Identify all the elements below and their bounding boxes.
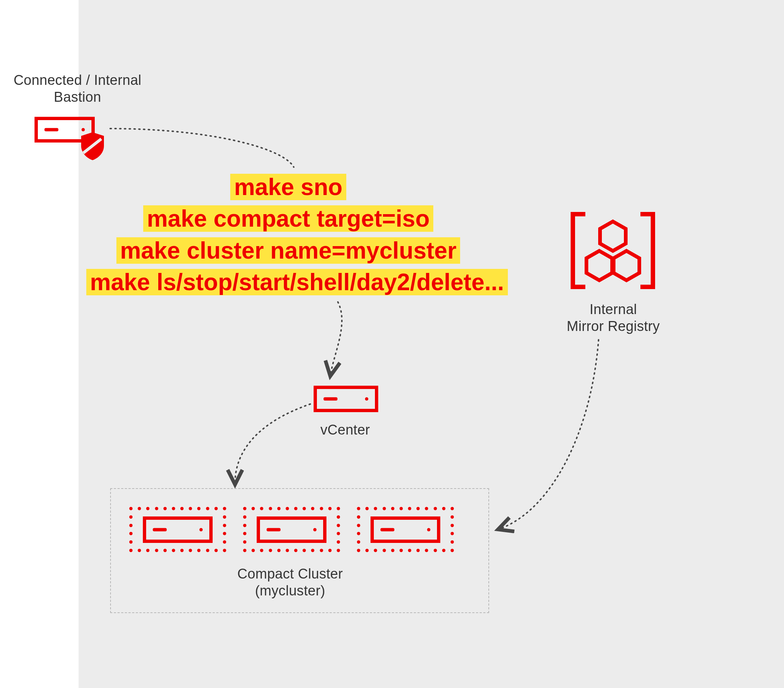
vm-server-icon [257, 516, 326, 543]
cluster-vm-1 [129, 507, 226, 552]
commands-block: make sno make compact target=iso make cl… [86, 171, 490, 298]
bastion-label-line2: Bastion [54, 89, 101, 105]
command-line-4: make ls/stop/start/shell/day2/delete... [86, 269, 508, 295]
cluster-label-line2: (mycluster) [255, 583, 325, 598]
registry-label-line2: Mirror Registry [567, 318, 660, 334]
vm-server-icon [143, 516, 212, 543]
command-line-1: make sno [230, 174, 346, 200]
cluster-vm-3 [357, 507, 454, 552]
bastion-shield-icon [79, 131, 106, 161]
command-line-2: make compact target=iso [143, 205, 433, 232]
registry-label-line1: Internal [590, 302, 637, 317]
vcenter-icon [314, 386, 378, 412]
cluster-label: Compact Cluster (mycluster) [198, 566, 382, 599]
vcenter-label: vCenter [301, 422, 389, 439]
command-line-3: make cluster name=mycluster [116, 237, 460, 264]
bastion-label: Connected / Internal Bastion [2, 72, 153, 106]
cluster-vm-2 [243, 507, 340, 552]
vm-server-icon [371, 516, 440, 543]
registry-label: Internal Mirror Registry [555, 301, 672, 335]
cluster-label-line1: Compact Cluster [237, 566, 343, 581]
registry-icon [569, 211, 657, 290]
bastion-label-line1: Connected / Internal [13, 73, 142, 88]
